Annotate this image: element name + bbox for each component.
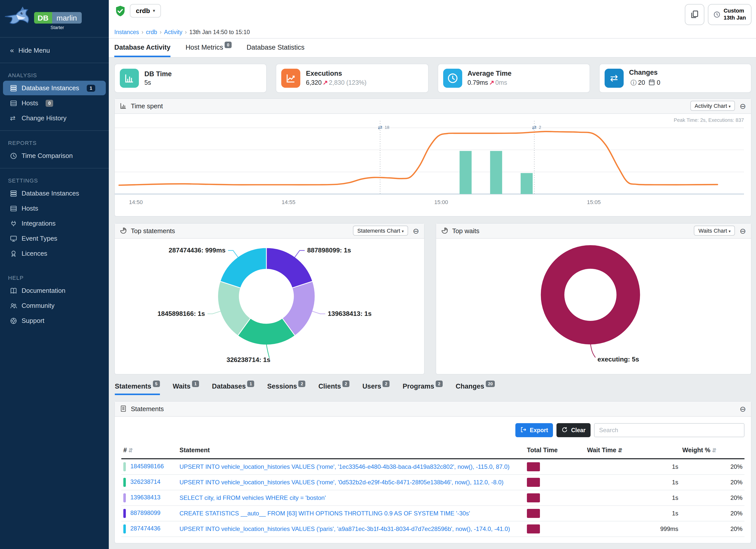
sidebar-item-settings-hosts[interactable]: Hosts — [3, 201, 106, 216]
sidebar-item-integrations[interactable]: Integrations — [3, 216, 106, 231]
breadcrumb-activity[interactable]: Activity — [164, 29, 182, 35]
svg-text:14:55: 14:55 — [281, 199, 295, 205]
line-chart-icon — [281, 68, 301, 87]
statement-text-link[interactable]: CREATE STATISTICS __auto__ FROM [63] WIT… — [179, 510, 470, 517]
column-header-weight[interactable]: Weight %⇵ — [680, 443, 744, 459]
table-row: 287474436 UPSERT INTO vehicle_location_h… — [121, 521, 744, 536]
brand: DBmarlin Starter — [0, 0, 109, 32]
top-statements-donut[interactable]: 887898099: 1s139638413: 1s326238714: 1s1… — [115, 238, 424, 372]
logo-db: DB — [34, 12, 52, 24]
export-button[interactable]: Export — [515, 423, 553, 437]
charts-row: Top statements Statements Chart ▾ ⊖ 8878… — [114, 223, 751, 374]
logo-marlin: marlin — [52, 12, 81, 24]
statement-text-link[interactable]: UPSERT INTO vehicle_location_histories V… — [179, 463, 510, 470]
pie-chart-icon — [441, 227, 448, 234]
sidebar-item-change-history[interactable]: ⇄ Change History — [3, 111, 106, 125]
breadcrumb-crdb[interactable]: crdb — [146, 29, 157, 35]
sidebar-item-community[interactable]: Community — [3, 298, 106, 313]
breadcrumb-instances[interactable]: Instances — [114, 29, 139, 35]
total-time-bar — [527, 524, 540, 533]
kpi-row: DB Time 5s Executions 6,320↗2,830 (123%)… — [114, 63, 751, 93]
wait-time-value: 999ms — [585, 521, 680, 536]
count-badge: 1 — [87, 84, 95, 91]
time-range-button[interactable]: Custom 13th Jan — [708, 4, 751, 25]
sidebar-item-licences[interactable]: Licences — [3, 246, 106, 261]
tab-clients[interactable]: Clients2 — [318, 382, 349, 395]
column-header-wait-time[interactable]: Wait Time⇵ — [585, 443, 680, 459]
section-label-settings: SETTINGS — [0, 173, 109, 186]
sidebar-item-hosts[interactable]: Hosts 0 — [3, 96, 106, 110]
statement-text-link[interactable]: SELECT city, id FROM vehicles WHERE city… — [179, 494, 326, 501]
tab-database-activity[interactable]: Database Activity — [114, 43, 170, 57]
panel-title: Top statements — [131, 227, 175, 234]
activity-chart-dropdown[interactable]: Activity Chart ▾ — [690, 101, 735, 111]
database-icon — [10, 84, 17, 91]
sidebar-item-support[interactable]: Support — [3, 313, 106, 328]
tab-host-metrics[interactable]: Host Metrics0 — [185, 43, 232, 57]
copy-link-button[interactable] — [685, 4, 705, 25]
weight-value: 20% — [680, 521, 744, 536]
statement-text-link[interactable]: UPSERT INTO vehicle_location_histories V… — [179, 479, 504, 486]
statement-id-link[interactable]: 139638413 — [130, 494, 160, 501]
collapse-panel-icon[interactable]: ⊖ — [413, 227, 419, 234]
waits-chart-dropdown[interactable]: Waits Chart ▾ — [694, 226, 735, 236]
svg-text:287474436: 999ms: 287474436: 999ms — [169, 246, 226, 254]
statement-id-link[interactable]: 326238714 — [130, 478, 160, 485]
total-time-bar — [527, 493, 540, 502]
wait-time-value: 1s — [585, 490, 680, 505]
peak-note: Peak Time: 2s, Executions: 837 — [674, 117, 744, 123]
column-header-total-time[interactable]: Total Time — [525, 443, 585, 459]
clear-button[interactable]: Clear — [556, 423, 591, 437]
statement-id-link[interactable]: 1845898166 — [130, 463, 164, 470]
time-spent-chart[interactable]: ⇄18⇄214:5014:5515:0015:05 — [115, 114, 744, 214]
life-ring-icon — [10, 317, 17, 324]
divider — [0, 168, 109, 168]
section-label-help: HELP — [0, 271, 109, 283]
kpi-value: 5s — [144, 79, 172, 86]
database-icon — [10, 190, 17, 197]
sidebar-item-documentation[interactable]: Documentation — [3, 283, 106, 298]
tab-database-statistics[interactable]: Database Statistics — [247, 43, 305, 57]
copy-icon — [691, 10, 699, 19]
sidebar-item-event-types[interactable]: Event Types — [3, 231, 106, 246]
chevron-down-icon: ▾ — [729, 104, 731, 109]
tab-databases[interactable]: Databases1 — [212, 382, 254, 395]
tab-users[interactable]: Users2 — [362, 382, 390, 395]
people-icon — [10, 302, 17, 309]
statements-chart-dropdown[interactable]: Statements Chart ▾ — [353, 226, 408, 236]
column-header-id[interactable]: #⇵ — [121, 443, 177, 459]
panel-title: Statements — [131, 405, 164, 412]
svg-text:1845898166: 1s: 1845898166: 1s — [157, 310, 205, 317]
hide-menu-button[interactable]: « Hide Menu — [3, 43, 106, 58]
tab-changes[interactable]: Changes20 — [456, 382, 495, 395]
panel-title: Top waits — [452, 227, 479, 234]
collapse-panel-icon[interactable]: ⊖ — [740, 227, 746, 234]
kpi-executions: Executions 6,320↗2,830 (123%) — [276, 63, 429, 93]
column-header-statement[interactable]: Statement — [177, 443, 525, 459]
book-icon — [10, 287, 17, 294]
collapse-panel-icon[interactable]: ⊖ — [740, 405, 746, 412]
sidebar-item-time-comparison[interactable]: Time Comparison — [3, 148, 106, 163]
top-waits-donut[interactable]: executing: 5s — [436, 238, 751, 372]
calendar-icon — [648, 79, 655, 86]
instance-selector[interactable]: crdb ▾ — [130, 4, 161, 18]
statement-id-link[interactable]: 887898099 — [130, 509, 160, 516]
statement-text-link[interactable]: UPSERT INTO vehicle_location_histories V… — [179, 525, 510, 532]
tab-programs[interactable]: Programs2 — [403, 382, 443, 395]
tab-waits[interactable]: Waits1 — [173, 382, 199, 395]
wait-time-value: 1s — [585, 505, 680, 521]
divider — [0, 37, 109, 38]
sidebar-item-database-instances[interactable]: Database Instances 1 — [3, 81, 106, 95]
svg-text:15:00: 15:00 — [434, 199, 448, 205]
statement-color-chip — [123, 462, 126, 471]
kpi-value: 6,320 — [306, 79, 322, 86]
search-input[interactable] — [594, 423, 744, 437]
bar-chart-icon — [120, 68, 139, 87]
sidebar-item-settings-database-instances[interactable]: Database Instances — [3, 186, 106, 201]
tab-sessions[interactable]: Sessions2 — [267, 382, 305, 395]
chevron-down-icon: ▾ — [153, 9, 155, 13]
tab-statements[interactable]: Statements5 — [115, 382, 160, 395]
count-badge: 0 — [46, 100, 53, 107]
statement-id-link[interactable]: 287474436 — [130, 525, 160, 532]
collapse-panel-icon[interactable]: ⊖ — [740, 102, 746, 110]
